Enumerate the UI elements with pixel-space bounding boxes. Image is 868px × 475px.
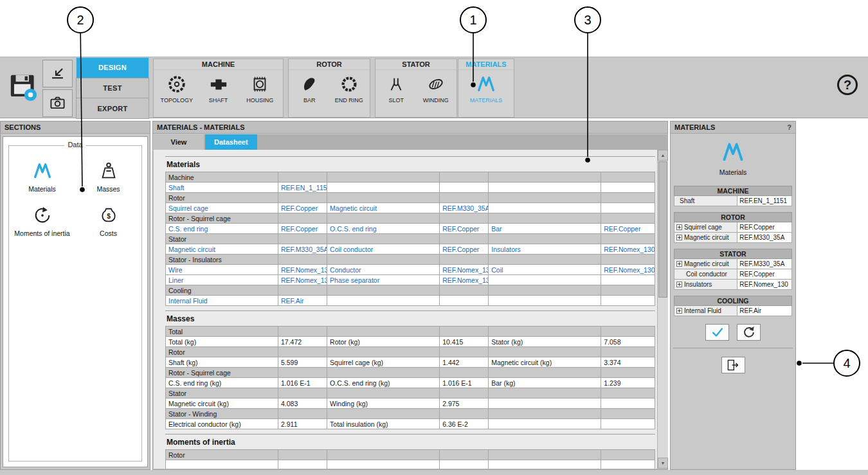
section-item-masses[interactable]: Masses (75, 161, 141, 193)
help-button[interactable]: ? (837, 75, 858, 95)
toolbar-item-label: SHAFT (209, 97, 228, 103)
toolbar-group-stator: STATORSLOTWINDING (375, 58, 457, 118)
undo-icon (742, 325, 756, 339)
table-cell: REF.Nomex_130 (278, 275, 327, 285)
table-cell (489, 388, 601, 399)
apply-button[interactable] (705, 324, 729, 341)
materials-action-buttons (671, 324, 795, 341)
table-cell (166, 460, 278, 469)
toolbar-item-topology[interactable]: TOPOLOGY (158, 75, 195, 103)
camera-icon (49, 94, 66, 112)
table-cell (489, 172, 601, 183)
table-cell: 4.083 (278, 399, 327, 409)
expand-plus-icon[interactable] (676, 308, 682, 314)
toolbar-item-end-ring[interactable]: END RING (330, 75, 368, 103)
table-section-row: Stator - Insulators (166, 255, 655, 265)
toolbar-item-winding[interactable]: WINDING (417, 75, 455, 103)
table-cell: REF.Copper (440, 244, 489, 255)
table-cell: Total (166, 327, 278, 337)
material-value[interactable]: REF.Nomex_130 (737, 280, 791, 289)
toolbar-item-shaft[interactable]: SHAFT (200, 75, 237, 103)
material-row-insulators: InsulatorsREF.Nomex_130 (674, 280, 792, 290)
toolbar-group-title: STATOR (375, 59, 457, 70)
tab-view[interactable]: View (154, 134, 204, 150)
table-separator (165, 434, 655, 435)
table-cell (440, 234, 489, 244)
check-icon (710, 325, 725, 339)
export-button[interactable] (721, 357, 745, 373)
material-value[interactable]: REF.M330_35A (737, 259, 791, 269)
table-cell: REF.M330_35A (440, 203, 489, 213)
material-label: Magnetic circuit (674, 259, 737, 269)
import-button[interactable] (42, 60, 73, 87)
mode-button-design[interactable]: DESIGN (76, 57, 149, 78)
table-cell: O.C.S. end ring (327, 224, 440, 234)
mode-button-test[interactable]: TEST (76, 78, 149, 99)
material-value[interactable]: REF.M330_35A (737, 233, 791, 242)
table-cell (489, 460, 601, 469)
materials-icon (721, 141, 745, 164)
table-cell: 7.058 (601, 337, 655, 347)
panel-help-button[interactable]: ? (787, 123, 791, 131)
table-cell: Magnetic circuit (kg) (166, 399, 278, 409)
toolbar-item-housing[interactable]: HOUSING (241, 75, 278, 103)
toolbar-group-title: ROTOR (289, 59, 370, 70)
table-cell (601, 234, 655, 244)
expand-plus-icon[interactable] (676, 261, 682, 267)
toolbar-group-title: MATERIALS (458, 59, 514, 70)
material-value[interactable]: REF.EN_1_1151 (737, 196, 791, 206)
scrollbar[interactable] (657, 150, 668, 469)
snapshot-button[interactable] (42, 89, 73, 117)
mode-button-export[interactable]: EXPORT (76, 98, 149, 119)
shaft-icon (209, 75, 228, 94)
expand-plus-icon[interactable] (676, 282, 682, 287)
material-value[interactable]: REF.Air (737, 306, 791, 316)
main-panel: MATERIALS - MATERIALS ViewDatasheet Mate… (152, 121, 668, 470)
table-cell: 1.016 E-1 (278, 378, 327, 388)
table-cell: Rotor - Squirrel cage (166, 368, 278, 378)
table-cell (327, 460, 440, 469)
toolbar-item-label: BAR (303, 97, 316, 103)
table-cell (489, 285, 601, 296)
save-project-button[interactable] (6, 67, 40, 108)
expand-plus-icon[interactable] (676, 224, 682, 230)
table-cell (601, 399, 655, 409)
table-separator (165, 156, 655, 157)
material-row-coil-conductor: Coil conductorREF.Copper (674, 269, 792, 280)
toolbar-item-materials[interactable]: MATERIALS (467, 75, 505, 103)
expand-plus-icon[interactable] (676, 235, 682, 240)
table-cell: 17.472 (278, 337, 327, 347)
table-cell (327, 388, 440, 399)
table-cell (327, 296, 440, 306)
toolbar-item-bar[interactable]: BAR (291, 75, 328, 103)
scrollbar-thumb[interactable] (658, 161, 667, 298)
table-cell (601, 388, 655, 399)
callout-circle-3 (575, 7, 601, 33)
table-cell: REF.Copper (601, 224, 655, 234)
material-label: Magnetic circuit (674, 233, 737, 242)
material-label: Coil conductor (674, 269, 737, 279)
table-title-materials: Materials (167, 160, 655, 169)
scroll-down-button[interactable] (658, 458, 668, 469)
table-section-row: Stator (166, 388, 655, 399)
svg-text:$: $ (107, 213, 111, 220)
material-name: Internal Fluid (684, 307, 721, 314)
table-cell (278, 368, 327, 378)
reset-button[interactable] (737, 324, 761, 341)
table-cell (489, 450, 601, 460)
section-item-label: Materials (27, 185, 57, 193)
sections-panel-title: SECTIONS (5, 123, 41, 131)
material-value[interactable]: REF.Copper (737, 222, 791, 232)
scroll-up-button[interactable] (658, 150, 668, 161)
table-cell (440, 327, 489, 337)
section-item-moments-of-inertia[interactable]: Moments of inertia (9, 206, 75, 237)
toolbar-item-label: TOPOLOGY (161, 97, 193, 103)
material-name: Squirrel cage (684, 224, 722, 231)
material-value[interactable]: REF.Copper (737, 269, 791, 279)
toolbar-item-slot[interactable]: SLOT (377, 75, 415, 103)
section-item-materials[interactable]: Materials (9, 161, 75, 193)
section-item-costs[interactable]: $Costs (75, 206, 141, 237)
table-cell (440, 285, 489, 296)
tab-datasheet[interactable]: Datasheet (205, 134, 257, 150)
table-cell: Shaft (166, 183, 278, 193)
